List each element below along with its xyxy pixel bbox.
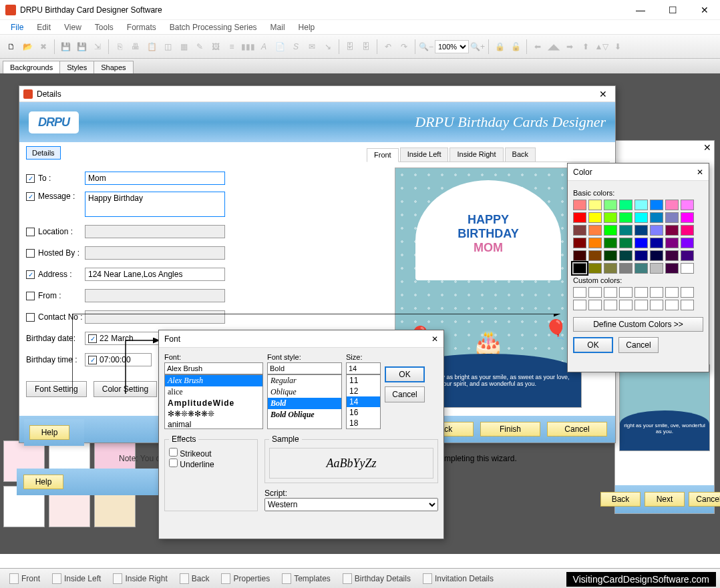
- font-ok-button[interactable]: OK: [385, 366, 425, 382]
- menu-formats[interactable]: Formats: [120, 21, 163, 33]
- custom-swatch[interactable]: [635, 300, 648, 310]
- menu-file[interactable]: File: [4, 21, 30, 33]
- menu-view[interactable]: View: [57, 21, 88, 33]
- basic-swatch[interactable]: [573, 212, 586, 223]
- custom-swatch[interactable]: [635, 287, 648, 298]
- basic-swatch[interactable]: [588, 263, 602, 274]
- basic-swatch[interactable]: [619, 200, 633, 210]
- basic-swatch[interactable]: [604, 250, 617, 261]
- basic-swatch[interactable]: [681, 212, 694, 223]
- menu-batch[interactable]: Batch Processing Series: [163, 21, 264, 33]
- new-icon[interactable]: 🗋: [4, 39, 19, 54]
- custom-swatch[interactable]: [665, 287, 679, 298]
- bottom-bdetails[interactable]: Birthday Details: [337, 572, 416, 585]
- tab-shapes[interactable]: Shapes: [94, 61, 133, 73]
- fontstyle-list[interactable]: Regular Oblique Bold Bold Oblique: [267, 374, 342, 429]
- font-name-input[interactable]: [164, 362, 263, 374]
- close-file-icon[interactable]: ✖: [36, 39, 51, 54]
- basic-swatch[interactable]: [635, 200, 648, 210]
- menu-mail[interactable]: Mail: [264, 21, 292, 33]
- mail-icon[interactable]: ✉: [305, 39, 319, 54]
- basic-swatch[interactable]: [665, 212, 679, 223]
- details-help-button[interactable]: Help: [29, 425, 69, 440]
- db2-icon[interactable]: 🗄: [359, 39, 373, 54]
- basic-swatch[interactable]: [650, 225, 663, 236]
- basic-swatch[interactable]: [635, 225, 648, 236]
- basic-swatch[interactable]: [573, 238, 586, 248]
- zoom-select[interactable]: 100%: [435, 40, 469, 53]
- paste-icon[interactable]: 📋: [144, 39, 159, 54]
- color-cancel-button[interactable]: Cancel: [618, 337, 659, 353]
- mirror-icon[interactable]: ▲▽: [594, 39, 609, 54]
- sheet-icon[interactable]: ▦: [176, 39, 191, 54]
- image-icon[interactable]: 🖼: [208, 39, 223, 54]
- close-button[interactable]: ✕: [695, 5, 715, 15]
- wizard-close-icon[interactable]: ✕: [703, 142, 711, 153]
- arrow-right-icon[interactable]: ➡: [562, 39, 577, 54]
- lock-icon[interactable]: 🔒: [492, 39, 507, 54]
- cardtab-front[interactable]: Front: [367, 148, 399, 162]
- basic-swatch[interactable]: [635, 212, 648, 223]
- font-close-icon[interactable]: ✕: [431, 334, 438, 344]
- custom-swatch[interactable]: [650, 287, 663, 298]
- wizard-next-button[interactable]: Next: [645, 492, 685, 507]
- custom-swatch[interactable]: [588, 287, 602, 298]
- font-list[interactable]: Alex Brush alice AmplitudeWide ✻❋❊❋✻❋❊ a…: [164, 374, 263, 429]
- page-icon[interactable]: 📄: [273, 39, 287, 54]
- basic-swatch[interactable]: [665, 225, 679, 236]
- basic-swatch[interactable]: [650, 250, 663, 261]
- basic-swatch[interactable]: [665, 200, 679, 210]
- db1-icon[interactable]: 🗄: [343, 39, 357, 54]
- basic-swatch[interactable]: [681, 200, 694, 210]
- basic-swatch[interactable]: [588, 238, 602, 248]
- maximize-button[interactable]: ☐: [663, 5, 683, 15]
- basic-swatch[interactable]: [604, 212, 617, 223]
- details-tab[interactable]: Details: [26, 146, 61, 160]
- custom-swatch[interactable]: [604, 300, 617, 310]
- custom-swatch[interactable]: [573, 300, 586, 310]
- basic-swatch[interactable]: [588, 250, 602, 261]
- custom-swatch[interactable]: [619, 287, 633, 298]
- basic-swatch[interactable]: [604, 238, 617, 248]
- basic-swatch[interactable]: [681, 263, 694, 274]
- basic-swatch[interactable]: [573, 225, 586, 236]
- underline-checkbox[interactable]: [169, 459, 178, 467]
- message-checkbox[interactable]: ✓: [26, 192, 35, 201]
- basic-swatch[interactable]: [619, 212, 633, 223]
- tab-backgrounds[interactable]: Backgrounds: [3, 61, 60, 73]
- custom-swatch[interactable]: [619, 300, 633, 310]
- address-checkbox[interactable]: ✓: [26, 270, 35, 279]
- custom-swatch[interactable]: [681, 300, 694, 310]
- redo-icon[interactable]: ↷: [397, 39, 411, 54]
- btime-value[interactable]: 07:00:00: [100, 355, 131, 364]
- zoomout-icon[interactable]: 🔍−: [419, 39, 433, 54]
- message-input[interactable]: [85, 192, 225, 217]
- basic-swatch[interactable]: [681, 250, 694, 261]
- menu-help[interactable]: Help: [292, 21, 322, 33]
- details-finish-button[interactable]: Finish: [480, 422, 540, 436]
- basic-swatch[interactable]: [650, 212, 663, 223]
- define-custom-button[interactable]: Define Custom Colors >>: [573, 317, 703, 332]
- fontsize-input[interactable]: [346, 362, 381, 374]
- custom-swatch[interactable]: [681, 287, 694, 298]
- color-ok-button[interactable]: OK: [573, 337, 613, 353]
- cardtab-back[interactable]: Back: [505, 148, 536, 162]
- btime-checkbox[interactable]: ✓: [88, 356, 97, 364]
- custom-swatch[interactable]: [650, 300, 663, 310]
- flip-icon[interactable]: ◢◣: [546, 39, 561, 54]
- print-icon[interactable]: 🖶: [128, 39, 143, 54]
- bottom-invdetails[interactable]: Invitation Details: [417, 572, 499, 585]
- to-checkbox[interactable]: ✓: [26, 174, 35, 183]
- font-cancel-button[interactable]: Cancel: [385, 386, 425, 402]
- basic-swatch[interactable]: [635, 238, 648, 248]
- fontstyle-input[interactable]: [267, 362, 342, 374]
- basic-swatch[interactable]: [588, 225, 602, 236]
- basic-swatch[interactable]: [635, 250, 648, 261]
- tab-styles[interactable]: Styles: [59, 61, 94, 73]
- custom-swatch[interactable]: [604, 287, 617, 298]
- color-close-icon[interactable]: ✕: [697, 168, 703, 177]
- cardtab-insideleft[interactable]: Inside Left: [400, 148, 449, 162]
- menu-edit[interactable]: Edit: [30, 21, 57, 33]
- basic-swatch[interactable]: [619, 225, 633, 236]
- details-cancel-button[interactable]: Cancel: [547, 422, 607, 436]
